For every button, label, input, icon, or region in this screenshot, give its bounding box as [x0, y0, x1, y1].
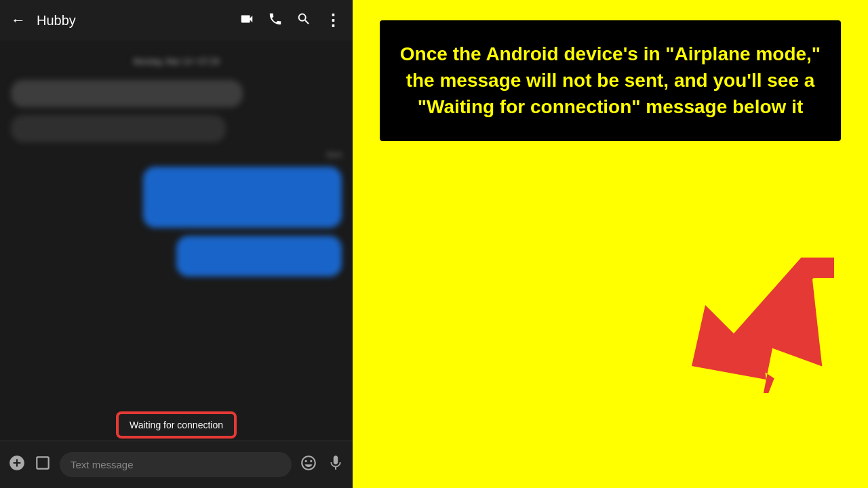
blurred-message-1 — [11, 80, 243, 107]
attach-icon[interactable] — [34, 454, 52, 476]
emoji-icon[interactable] — [300, 454, 317, 476]
right-panel: Once the Android device's in "Airplane m… — [353, 0, 868, 488]
incoming-message-1 — [11, 115, 226, 142]
more-options-icon[interactable]: ⋮ — [325, 11, 342, 30]
top-bar: ← Hubby ⋮ — [0, 0, 353, 41]
search-icon[interactable] — [296, 12, 311, 30]
add-icon[interactable] — [8, 454, 26, 476]
date-label: Monday, Mar 14 • 07:29 — [11, 57, 342, 66]
chat-area: Monday, Mar 14 • 07:29 Sent — [0, 41, 353, 441]
video-call-icon[interactable] — [239, 12, 254, 30]
waiting-badge-container: Waiting for connection — [117, 413, 235, 437]
top-icons: ⋮ — [239, 11, 342, 30]
phone-call-icon[interactable] — [268, 12, 283, 30]
bottom-right-icons — [300, 454, 344, 476]
back-button[interactable]: ← — [11, 12, 26, 29]
bottom-bar: Text message — [0, 441, 353, 488]
red-arrow-pointing-icon — [685, 244, 854, 413]
mic-icon[interactable] — [327, 454, 344, 476]
android-messages-panel: ← Hubby ⋮ Monday, Mar 14 • 07:29 — [0, 0, 353, 488]
text-message-input[interactable]: Text message — [60, 452, 292, 477]
annotation-box: Once the Android device's in "Airplane m… — [380, 20, 841, 141]
waiting-for-connection-badge: Waiting for connection — [117, 413, 235, 437]
annotation-text: Once the Android device's in "Airplane m… — [399, 41, 822, 121]
text-input-placeholder: Text message — [71, 459, 134, 470]
svg-marker-2 — [692, 258, 834, 380]
sent-label: Sent — [326, 150, 342, 159]
contact-name: Hubby — [37, 13, 229, 28]
